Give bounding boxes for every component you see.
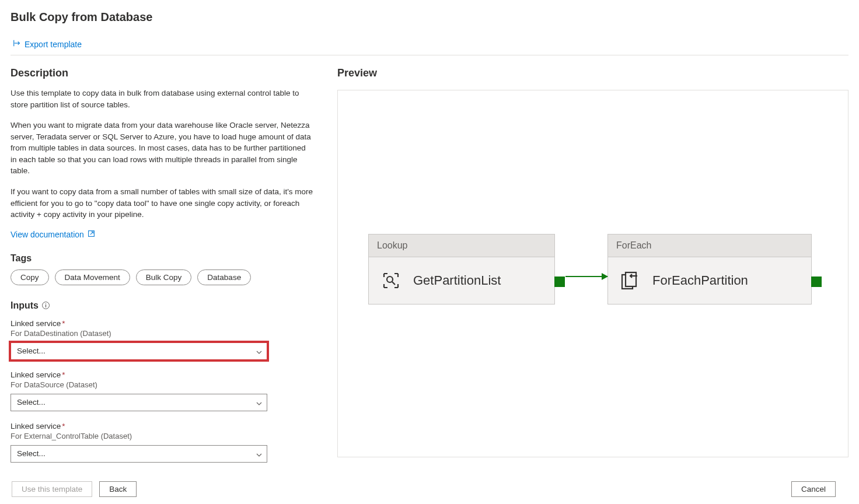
field-label-text: Linked service [11,422,61,430]
select-placeholder: Select... [17,398,46,407]
preview-heading: Preview [337,67,848,79]
select-data-source[interactable]: Select... [11,394,267,411]
select-placeholder: Select... [17,449,46,458]
chevron-down-icon [256,348,262,354]
node-type: ForEach [608,235,811,257]
tag-data-movement[interactable]: Data Movement [55,270,130,285]
doc-link-label: View documentation [11,230,84,239]
required-asterisk: * [62,422,65,430]
field-label: Linked service* [11,370,314,379]
field-label-text: Linked service [11,370,61,379]
svg-point-1 [387,276,393,282]
field-label: Linked service* [11,319,314,328]
cancel-button[interactable]: Cancel [791,481,836,497]
select-control-table[interactable]: Select... [11,445,267,463]
field-label: Linked service* [11,422,314,430]
connector[interactable] [565,276,607,277]
description-p3: If you want to copy data from a small nu… [11,186,314,220]
required-asterisk: * [62,319,65,328]
required-asterisk: * [62,370,65,379]
field-control-table: Linked service* For External_ControlTabl… [11,422,314,463]
node-lookup[interactable]: Lookup GetPartition [368,234,555,304]
node-type: Lookup [369,235,554,257]
description-p2: When you want to migrate data from your … [11,120,314,177]
chevron-down-icon [256,451,262,457]
description-p1: Use this template to copy data in bulk f… [11,88,314,110]
description-heading: Description [11,67,314,79]
foreach-icon [620,270,641,291]
tag-copy[interactable]: Copy [11,270,49,285]
field-data-source: Linked service* For DataSource (Dataset)… [11,370,314,411]
preview-canvas[interactable]: Lookup GetPartition [337,90,848,457]
field-sublabel: For External_ControlTable (Dataset) [11,432,314,440]
inputs-heading: Inputs i [11,300,314,311]
tag-bulk-copy[interactable]: Bulk Copy [136,270,192,285]
inputs-heading-label: Inputs [11,300,39,311]
export-template-button[interactable]: Export template [13,39,82,49]
back-button[interactable]: Back [99,481,137,497]
field-data-destination: Linked service* For DataDestination (Dat… [11,319,314,360]
field-label-text: Linked service [11,319,61,328]
view-documentation-link[interactable]: View documentation [11,230,95,239]
page-title: Bulk Copy from Database [11,10,848,24]
tags-heading: Tags [11,253,314,264]
node-output-port[interactable] [811,276,822,287]
footer: Use this template Back Cancel [0,477,859,504]
chevron-down-icon [256,400,262,405]
node-name: ForEachPartition [652,273,748,288]
export-icon [13,39,21,49]
select-data-destination[interactable]: Select... [11,342,267,360]
toolbar: Export template [11,37,848,55]
select-placeholder: Select... [17,346,46,355]
use-this-template-button: Use this template [12,481,92,497]
field-sublabel: For DataDestination (Dataset) [11,329,314,338]
info-icon[interactable]: i [42,302,50,309]
node-name: GetPartitionList [413,273,501,288]
field-sublabel: For DataSource (Dataset) [11,380,314,389]
node-output-port[interactable] [554,276,565,287]
tag-list: Copy Data Movement Bulk Copy Database [11,270,314,285]
export-template-label: Export template [25,40,82,49]
arrow-icon [602,273,608,280]
tag-database[interactable]: Database [197,270,251,285]
lookup-icon [380,270,401,291]
node-foreach[interactable]: ForEach ForEachPartition [607,234,812,304]
external-link-icon [88,230,95,239]
